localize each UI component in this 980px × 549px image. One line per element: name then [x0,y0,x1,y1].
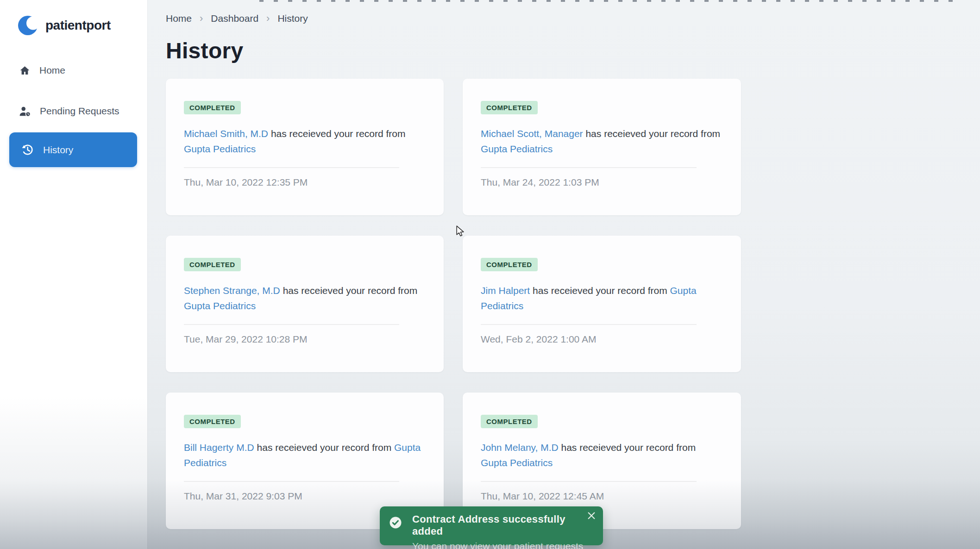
breadcrumb-home[interactable]: Home [166,13,192,24]
recipient-link[interactable]: Stephen Strange, M.D [184,285,280,296]
clinic-link[interactable]: Gupta Pediatrics [481,143,553,154]
main-content: Home › Dashboard › History History COMPL… [147,0,980,549]
top-edge-artifact [259,0,954,2]
card-sentence: Jim Halpert has receieved your record fr… [481,283,723,313]
breadcrumb-history: History [277,13,308,24]
chevron-right-icon: › [266,14,270,23]
toast-subtitle: You can now view your patient requests [412,541,593,549]
timestamp: Thu, Mar 24, 2022 1:03 PM [481,177,723,188]
success-toast: Contract Address successfully added You … [380,506,603,545]
person-pending-icon [19,106,31,117]
recipient-link[interactable]: Michael Smith, M.D [184,128,268,139]
card-text: has receieved your record from [254,442,394,453]
toast-title: Contract Address successfully added [412,513,593,537]
brand-name: patientport [45,18,111,33]
card-text: has receieved your record from [268,128,405,139]
timestamp: Thu, Mar 10, 2022 12:35 PM [184,177,426,188]
history-card: COMPLETED Michael Scott, Manager has rec… [463,79,741,215]
check-circle-icon [389,516,402,529]
card-divider [184,324,399,325]
history-icon [21,143,34,156]
clinic-link[interactable]: Gupta Pediatrics [184,300,256,311]
card-divider [481,481,697,482]
sidebar-item-label: History [43,144,73,156]
card-sentence: Bill Hagerty M.D has receieved your reco… [184,440,426,470]
breadcrumb: Home › Dashboard › History [166,13,980,24]
timestamp: Thu, Mar 31, 2022 9:03 PM [184,491,426,502]
sidebar-item-home[interactable]: Home [0,62,147,79]
chevron-right-icon: › [200,14,203,23]
sidebar-item-pending-requests[interactable]: Pending Requests [0,103,147,119]
sidebar-nav: Home Pending Requests His [0,62,147,167]
card-text: has receieved your record from [583,128,720,139]
status-badge: COMPLETED [481,101,538,114]
close-icon[interactable] [588,512,595,519]
sidebar-item-label: Pending Requests [40,106,119,117]
card-divider [481,324,697,325]
card-sentence: Michael Smith, M.D has receieved your re… [184,126,426,156]
sidebar: patientport Home Pending Requests [0,0,147,549]
history-grid: COMPLETED Michael Smith, M.D has receiev… [166,79,741,529]
page-title: History [166,39,980,63]
timestamp: Tue, Mar 29, 2022 10:28 PM [184,334,426,345]
recipient-link[interactable]: Jim Halpert [481,285,530,296]
status-badge: COMPLETED [481,258,538,271]
card-divider [184,167,399,168]
card-text: has receieved your record from [280,285,417,296]
history-card: COMPLETED Michael Smith, M.D has receiev… [166,79,444,215]
breadcrumb-dashboard[interactable]: Dashboard [211,13,258,24]
card-divider [184,481,399,482]
recipient-link[interactable]: John Melany, M.D [481,442,559,453]
card-divider [481,167,697,168]
clinic-link[interactable]: Gupta Pediatrics [481,457,553,468]
status-badge: COMPLETED [184,415,241,428]
clinic-link[interactable]: Gupta Pediatrics [184,143,256,154]
brand-logo[interactable]: patientport [0,0,147,37]
card-text: has receieved your record from [530,285,670,296]
status-badge: COMPLETED [184,258,241,271]
timestamp: Thu, Mar 10, 2022 12:45 AM [481,491,723,502]
card-sentence: John Melany, M.D has receieved your reco… [481,440,723,470]
recipient-link[interactable]: Bill Hagerty M.D [184,442,254,453]
history-card: COMPLETED Stephen Strange, M.D has recei… [166,236,444,372]
card-sentence: Stephen Strange, M.D has receieved your … [184,283,426,313]
history-card: COMPLETED Jim Halpert has receieved your… [463,236,741,372]
toast-text: Contract Address successfully added You … [412,513,593,549]
status-badge: COMPLETED [481,415,538,428]
recipient-link[interactable]: Michael Scott, Manager [481,128,583,139]
status-badge: COMPLETED [184,101,241,114]
home-icon [19,65,31,76]
timestamp: Wed, Feb 2, 2022 1:00 AM [481,334,723,345]
sidebar-item-history[interactable]: History [9,132,137,167]
sidebar-item-label: Home [39,65,65,76]
crescent-logo-icon [18,14,39,37]
card-sentence: Michael Scott, Manager has receieved you… [481,126,723,156]
card-text: has receieved your record from [559,442,696,453]
